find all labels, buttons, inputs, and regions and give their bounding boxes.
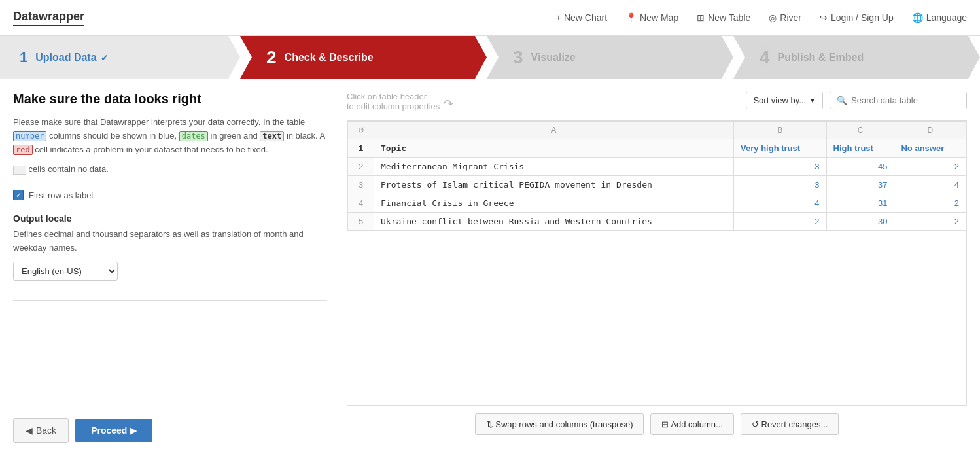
header-col-d[interactable]: No answer xyxy=(894,139,966,158)
new-map-nav[interactable]: 📍 New Map xyxy=(625,12,678,23)
step-check-label: Check & Describe xyxy=(285,52,374,63)
corner-icon: ↺ xyxy=(358,126,364,135)
table-row: 5 Ukraine conflict between Russia and We… xyxy=(348,213,966,231)
row5-col-b: 2 xyxy=(734,213,826,231)
login-nav[interactable]: ↪ Login / Sign Up xyxy=(820,12,894,23)
step-upload[interactable]: 1 Upload Data ✔ xyxy=(0,36,240,79)
col-header-a[interactable]: A xyxy=(374,122,734,139)
step-check[interactable]: 2 Check & Describe xyxy=(240,36,487,79)
first-row-label-text: First row as label xyxy=(29,190,93,200)
col-header-row: ↺ A B C D xyxy=(348,122,966,139)
row4-col-a[interactable]: Financial Crisis in Greece xyxy=(374,194,734,213)
caret-down-icon: ▼ xyxy=(809,97,816,104)
row-num-5: 5 xyxy=(348,213,374,231)
row5-col-c: 30 xyxy=(826,213,894,231)
nav-buttons: ◀ Back Proceed ▶ xyxy=(13,418,327,443)
table-controls: Sort view by... ▼ 🔍 xyxy=(746,92,967,109)
back-button[interactable]: ◀ Back xyxy=(13,418,69,443)
step-publish[interactable]: 4 Publish & Embed xyxy=(733,36,980,79)
hint-line2: to edit column properties xyxy=(347,101,440,111)
col-header-b[interactable]: B xyxy=(734,122,826,139)
col-header-c[interactable]: C xyxy=(826,122,894,139)
new-chart-nav[interactable]: + New Chart xyxy=(556,12,607,23)
output-locale-desc: Defines decimal and thousand separators … xyxy=(13,228,327,255)
swap-button[interactable]: ⇅ Swap rows and columns (transpose) xyxy=(475,413,644,435)
step-upload-label: Upload Data xyxy=(35,52,96,63)
header-col-c[interactable]: High trust xyxy=(826,139,894,158)
table-row: 4 Financial Crisis in Greece 4 31 2 xyxy=(348,194,966,213)
step-upload-number: 1 xyxy=(20,49,27,66)
row3-col-a[interactable]: Protests of Islam critical PEGIDA moveme… xyxy=(374,176,734,194)
header-col-a[interactable]: Topic xyxy=(374,139,734,158)
table-icon: ⊞ xyxy=(697,12,705,23)
main-content: Make sure the data looks right Please ma… xyxy=(0,79,980,456)
row5-col-a[interactable]: Ukraine conflict between Russia and West… xyxy=(374,213,734,231)
table-hint: Click on table header to edit column pro… xyxy=(347,92,453,111)
language-nav[interactable]: 🌐 Language xyxy=(912,12,967,23)
back-icon: ◀ xyxy=(26,425,33,436)
map-icon: 📍 xyxy=(625,12,637,23)
locale-select[interactable]: English (en-US) German (de-DE) French (f… xyxy=(13,262,118,281)
steps-bar: 1 Upload Data ✔ 2 Check & Describe 3 Vis… xyxy=(0,36,980,79)
table-header-data-row: 1 Topic Very high trust High trust No an… xyxy=(348,139,966,158)
red-badge: red xyxy=(13,145,33,155)
row5-col-d: 2 xyxy=(894,213,966,231)
description-text: Please make sure that Datawrapper interp… xyxy=(13,116,327,156)
river-icon: ◎ xyxy=(769,12,777,23)
row4-col-d: 2 xyxy=(894,194,966,213)
search-box: 🔍 xyxy=(830,92,967,109)
revert-button[interactable]: ↺ Revert changes... xyxy=(741,413,839,435)
row2-col-a[interactable]: Mediterranean Migrant Crisis xyxy=(374,158,734,176)
row-num-2: 2 xyxy=(348,158,374,176)
hint-arrow-icon: ↷ xyxy=(444,97,453,111)
first-row-checkbox[interactable]: ✓ xyxy=(13,190,24,200)
row3-col-d: 4 xyxy=(894,176,966,194)
row-num-3: 3 xyxy=(348,176,374,194)
login-icon: ↪ xyxy=(820,12,828,23)
step-visualize-number: 3 xyxy=(513,47,523,68)
step-publish-label: Publish & Embed xyxy=(778,52,864,63)
row2-col-c: 45 xyxy=(826,158,894,176)
header-col-b[interactable]: Very high trust xyxy=(734,139,826,158)
col-header-d[interactable]: D xyxy=(894,122,966,139)
table-actions: ⇅ Swap rows and columns (transpose) ⊞ Ad… xyxy=(347,406,967,443)
table-row: 3 Protests of Islam critical PEGIDA move… xyxy=(348,176,966,194)
river-nav[interactable]: ◎ River xyxy=(769,12,801,23)
step-visualize-label: Visualize xyxy=(531,52,576,63)
left-divider xyxy=(13,300,327,301)
row3-col-b: 3 xyxy=(734,176,826,194)
sort-select[interactable]: Sort view by... ▼ xyxy=(746,92,823,109)
sort-label: Sort view by... xyxy=(753,96,806,105)
search-icon: 🔍 xyxy=(837,96,847,105)
right-panel: Click on table header to edit column pro… xyxy=(347,92,967,443)
row2-col-d: 2 xyxy=(894,158,966,176)
nav-items: + New Chart 📍 New Map ⊞ New Table ◎ Rive… xyxy=(556,12,967,23)
step-publish-number: 4 xyxy=(760,47,770,68)
first-row-container: ✓ First row as label xyxy=(13,190,327,200)
step-visualize[interactable]: 3 Visualize xyxy=(487,36,733,79)
back-label: Back xyxy=(36,425,56,436)
hint-text: Click on table header to edit column pro… xyxy=(347,92,440,111)
new-table-nav[interactable]: ⊞ New Table xyxy=(697,12,750,23)
checkmark-icon: ✔ xyxy=(101,52,109,63)
search-input[interactable] xyxy=(851,96,960,105)
corner-cell: ↺ xyxy=(348,122,374,139)
empty-cell-icon xyxy=(13,166,26,175)
data-table-wrapper: ↺ A B C D 1 Topic Very high trust High t xyxy=(347,120,967,406)
row4-col-c: 31 xyxy=(826,194,894,213)
row4-col-b: 4 xyxy=(734,194,826,213)
data-table: ↺ A B C D 1 Topic Very high trust High t xyxy=(347,121,966,231)
proceed-button[interactable]: Proceed ▶ xyxy=(75,419,152,442)
dates-badge: dates xyxy=(179,131,208,141)
proceed-label: Proceed ▶ xyxy=(91,425,137,436)
row-num-1: 1 xyxy=(348,139,374,158)
text-badge: text xyxy=(260,131,284,141)
brand-logo[interactable]: Datawrapper xyxy=(13,10,84,26)
row2-col-b: 3 xyxy=(734,158,826,176)
add-column-button[interactable]: ⊞ Add column... xyxy=(650,413,733,435)
globe-icon: 🌐 xyxy=(912,12,923,23)
top-nav: Datawrapper + New Chart 📍 New Map ⊞ New … xyxy=(0,0,980,36)
empty-cell-desc: cells contain no data. xyxy=(13,163,327,177)
left-panel: Make sure the data looks right Please ma… xyxy=(13,92,327,443)
number-badge: number xyxy=(13,131,46,141)
